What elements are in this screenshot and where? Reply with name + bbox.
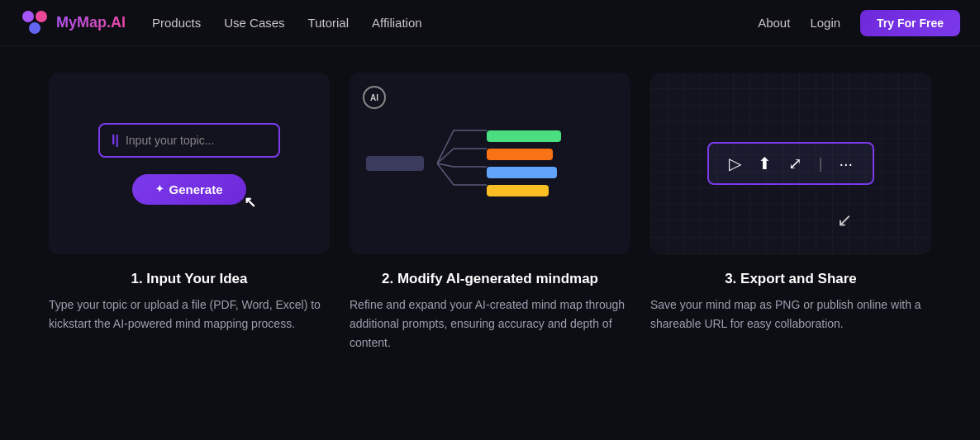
step-2-preview: AI [350, 73, 630, 254]
step-2-desc: Refine and expand your AI-created mind m… [350, 296, 630, 352]
logo[interactable]: MyMap.AI [20, 8, 126, 38]
cursor-icon: I| [112, 133, 119, 148]
step-1-card: I| Input your topic... Generate ↖ 1. Inp… [49, 73, 330, 352]
main-content: I| Input your topic... Generate ↖ 1. Inp… [0, 46, 980, 386]
svg-point-2 [29, 22, 40, 34]
step-3-title: 3. Export and Share [650, 271, 931, 287]
generate-label: Generate [169, 182, 222, 196]
navbar: MyMap.AI Products Use Cases Tutorial Aff… [0, 0, 980, 46]
step-3-preview: ▷ ⬆ ⤢ | ··· ↙ [650, 73, 931, 254]
nav-links-left: Products Use Cases Tutorial Affiliation [152, 16, 758, 30]
nav-links-right: About Login Try For Free [758, 10, 960, 36]
branch-3 [487, 167, 557, 178]
step-2-title: 2. Modify AI-generated mindmap [350, 271, 630, 287]
cursor-pointer-icon: ↖ [244, 193, 256, 211]
nav-products[interactable]: Products [152, 16, 201, 30]
logo-icon [20, 8, 50, 38]
mindmap-visual [350, 73, 630, 254]
input-topic-mock: I| Input your topic... [98, 123, 280, 158]
step-3-card: ▷ ⬆ ⤢ | ··· ↙ 3. Export and Share Save y… [650, 73, 931, 352]
branch-1 [487, 130, 561, 142]
branch-2 [487, 149, 553, 160]
try-for-free-button[interactable]: Try For Free [860, 10, 960, 36]
nav-tutorial[interactable]: Tutorial [308, 16, 349, 30]
svg-line-3 [437, 130, 454, 163]
branch-4 [487, 185, 549, 196]
step-1-title: 1. Input Your Idea [49, 271, 330, 287]
mindmap-branches [487, 130, 561, 196]
mindmap-lines-svg [437, 114, 487, 213]
step-1-preview: I| Input your topic... Generate ↖ [49, 73, 330, 254]
step-3-desc: Save your mind map as PNG or publish onl… [650, 296, 931, 334]
svg-point-1 [36, 11, 47, 22]
nav-login[interactable]: Login [810, 16, 840, 30]
cursor-icon-step3: ↙ [837, 210, 852, 231]
center-node [366, 156, 424, 171]
svg-point-0 [22, 11, 34, 22]
svg-line-4 [437, 149, 454, 163]
input-placeholder-text: Input your topic... [126, 134, 214, 147]
nav-about[interactable]: About [758, 16, 790, 30]
background-grid [650, 73, 931, 254]
mindmap-left-node [366, 156, 424, 171]
generate-button-mock: Generate ↖ [132, 174, 245, 205]
step-1-desc: Type your topic or upload a file (PDF, W… [49, 296, 330, 334]
nav-affiliation[interactable]: Affiliation [372, 16, 422, 30]
step-2-card: AI [350, 73, 630, 352]
logo-text: MyMap.AI [56, 14, 126, 31]
nav-use-cases[interactable]: Use Cases [224, 16, 284, 30]
